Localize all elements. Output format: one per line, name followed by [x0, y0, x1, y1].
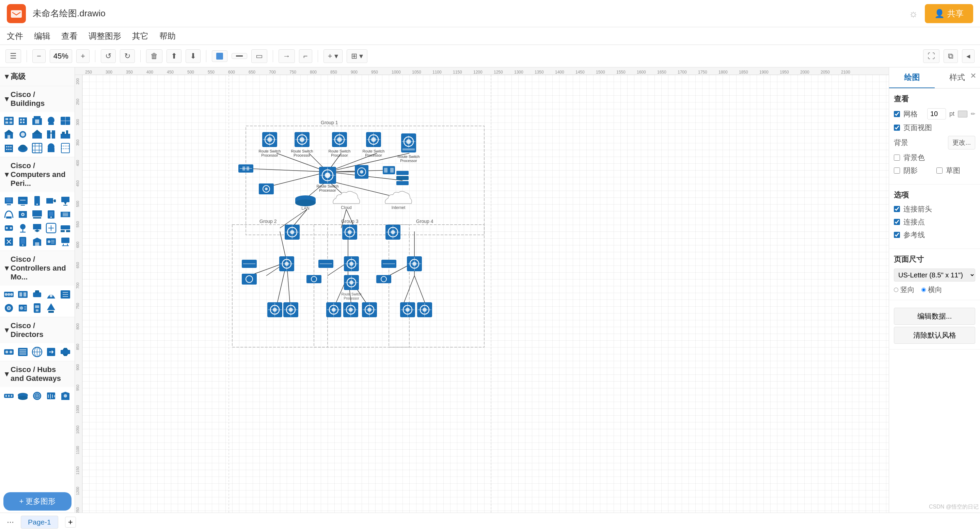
connect-point-checkbox[interactable] [894, 219, 900, 225]
rsp-bottom-mid[interactable]: Route Switch Processor [342, 275, 362, 300]
cisco-hub-icon-3[interactable] [31, 390, 43, 402]
cisco-computer-icon-7[interactable] [17, 208, 29, 221]
cisco-building-icon-14[interactable] [45, 142, 57, 154]
cisco-computer-icon-5[interactable] [59, 195, 72, 207]
cisco-computer-icon-19[interactable] [45, 235, 57, 248]
stacked-node-1[interactable] [396, 171, 409, 185]
network-diagram[interactable]: Group 1 Group 2 Group 3 Group 4 [83, 75, 889, 513]
cisco-building-icon-9[interactable] [45, 128, 57, 141]
waypoint-button[interactable]: ⌐ [299, 49, 312, 63]
g4-device[interactable] [376, 275, 391, 283]
g3-bottom-2[interactable] [343, 302, 358, 317]
zoom-out-button[interactable]: − [32, 49, 46, 63]
cisco-hub-icon-2[interactable] [17, 390, 29, 402]
cisco-computer-icon-18[interactable] [31, 235, 43, 248]
edit-grid-color-icon[interactable]: ✏ [971, 111, 975, 117]
menu-view[interactable]: 查看 [61, 31, 78, 41]
internet-node[interactable]: Internet [385, 191, 412, 210]
cisco-controller-icon-2[interactable] [17, 288, 29, 300]
switch-node-right[interactable] [355, 165, 368, 179]
cisco-building-icon-4[interactable] [45, 115, 57, 127]
cisco-building-icon-1[interactable] [3, 115, 15, 127]
close-panel-button[interactable]: ✕ [966, 67, 980, 84]
shadow-checkbox[interactable] [894, 167, 900, 173]
cisco-building-icon-12[interactable] [17, 142, 29, 154]
connect-arrow-checkbox[interactable] [894, 206, 900, 212]
cisco-controller-icon-6[interactable] [3, 302, 15, 314]
portrait-radio[interactable] [894, 288, 898, 292]
grid-size-input[interactable] [927, 108, 946, 119]
cisco-computer-icon-10[interactable] [59, 208, 72, 221]
collapse-panel-button[interactable]: ◂ [962, 49, 975, 63]
table-button[interactable]: ⊞ ▾ [347, 49, 368, 63]
to-back-button[interactable]: ⬇ [186, 49, 200, 63]
sketch-checkbox[interactable] [936, 167, 943, 173]
cisco-building-icon-8[interactable] [31, 128, 43, 141]
port-node-right[interactable] [383, 166, 395, 174]
page-size-select[interactable]: US-Letter (8.5" x 11") [894, 269, 975, 281]
menu-edit[interactable]: 编辑 [34, 31, 50, 41]
sidebar-section-cisco-computers[interactable]: ▾ Cisco / Computers and Peri... [0, 157, 75, 192]
sidebar-toggle-button[interactable]: ☰ [5, 49, 21, 63]
edit-data-button[interactable]: 编辑数据... [894, 308, 975, 325]
cisco-director-icon-4[interactable] [45, 346, 57, 358]
redo-button[interactable]: ↻ [120, 49, 135, 63]
lan-node[interactable]: LAN [295, 196, 316, 211]
change-background-button[interactable]: 更改... [948, 136, 975, 149]
g4-mid-port[interactable] [381, 260, 396, 268]
undo-button[interactable]: ↺ [101, 49, 116, 63]
cisco-computer-icon-14[interactable] [45, 222, 57, 234]
cisco-building-icon-7[interactable] [17, 128, 29, 141]
cisco-computer-icon-15[interactable] [59, 222, 72, 234]
fill-color-button[interactable] [212, 50, 228, 62]
rsp-node-1[interactable]: Route Switch Processor [259, 132, 281, 157]
settings-icon[interactable]: ☼ [909, 8, 918, 19]
zoom-in-button[interactable]: + [76, 49, 89, 63]
sidebar-section-advanced[interactable]: ▾ 高级 [0, 67, 75, 86]
g3-bottom-1[interactable] [326, 302, 341, 317]
cisco-controller-icon-3[interactable] [31, 288, 43, 300]
cisco-director-icon-1[interactable] [3, 346, 15, 358]
insert-button[interactable]: + ▾ [323, 49, 342, 63]
window-mode-button[interactable]: ⧉ [943, 49, 958, 63]
menu-help[interactable]: 帮助 [159, 31, 176, 41]
central-rsp-node[interactable]: Route Switch Processor [317, 167, 339, 192]
g3-mid-port[interactable] [318, 260, 333, 268]
cisco-controller-icon-4[interactable] [45, 288, 57, 300]
delete-button[interactable]: 🗑 [146, 49, 162, 63]
landscape-option[interactable]: 横向 [921, 285, 942, 294]
g4-bottom-1[interactable] [400, 302, 415, 317]
guidelines-checkbox[interactable] [894, 232, 900, 238]
menu-adjust[interactable]: 调整图形 [89, 31, 121, 41]
cisco-computer-icon-11[interactable] [3, 222, 15, 234]
portrait-option[interactable]: 竖向 [894, 285, 915, 294]
cisco-computer-icon-16[interactable] [3, 235, 15, 248]
clear-style-button[interactable]: 清除默认风格 [894, 327, 975, 344]
share-button[interactable]: 👤 共享 [925, 4, 973, 23]
rsp-node-3[interactable]: Route Switch Processor [329, 132, 351, 157]
cisco-hub-icon-4[interactable] [45, 390, 57, 402]
rsp-node-5[interactable]: Route Switch Processor [398, 134, 420, 163]
more-shapes-button[interactable]: + 更多图形 [3, 492, 72, 510]
cisco-computer-icon-17[interactable] [17, 235, 29, 248]
landscape-radio[interactable] [921, 288, 926, 292]
cisco-controller-icon-8[interactable] [31, 302, 43, 314]
g2-bottom-2[interactable] [283, 302, 298, 317]
g4-top[interactable] [385, 225, 401, 240]
to-front-button[interactable]: ⬆ [167, 49, 181, 63]
shape-style-button[interactable]: ▭ [251, 49, 267, 63]
g2-device-1[interactable] [242, 273, 257, 285]
tab-diagram[interactable]: 绘图 [889, 67, 935, 88]
cloud-node[interactable]: Cloud [333, 191, 360, 210]
rsp-node-2[interactable]: Route Switch Processor [291, 132, 313, 157]
port-node-left[interactable] [239, 164, 253, 173]
page-view-checkbox[interactable] [894, 125, 900, 131]
cisco-building-icon-2[interactable] [17, 115, 29, 127]
cisco-hub-icon-1[interactable] [3, 390, 15, 402]
cisco-computer-icon-20[interactable] [59, 235, 72, 248]
sidebar-section-cisco-hubs[interactable]: ▾ Cisco / Hubs and Gateways [0, 361, 75, 387]
cisco-director-icon-3[interactable] [31, 346, 43, 358]
grid-checkbox[interactable] [894, 111, 900, 117]
g3-top[interactable] [342, 225, 357, 240]
cisco-hub-icon-5[interactable] [59, 390, 72, 402]
